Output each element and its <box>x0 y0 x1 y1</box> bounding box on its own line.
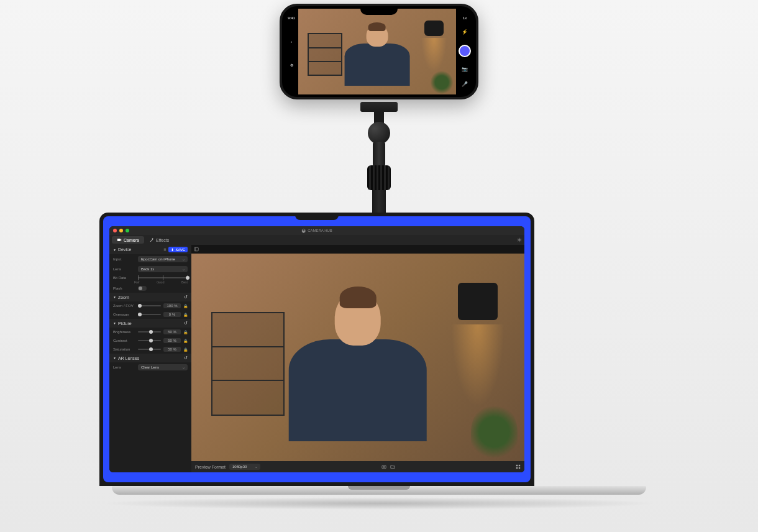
saturation-slider[interactable] <box>138 349 161 350</box>
download-icon: ⬇ <box>171 247 174 252</box>
tab-effects-label: Effects <box>156 238 169 242</box>
brightness-slider[interactable] <box>138 331 161 332</box>
macbook: CAMERA HUB Camera Effects <box>99 213 659 510</box>
chevron-down-icon: ▼ <box>113 321 116 325</box>
preview-format-value: 1080p30 <box>232 465 247 469</box>
chevron-down-icon: ▼ <box>113 356 116 360</box>
folder-icon[interactable] <box>390 464 395 470</box>
zoom-slider[interactable] <box>138 305 161 306</box>
save-label: SAVE <box>175 248 185 252</box>
iphone-device: 9:41 ‹ ⚙ 1x ⚡ 📷 🎤 <box>280 4 478 99</box>
minimize-button[interactable] <box>119 229 123 232</box>
window-title: CAMERA HUB <box>308 229 332 232</box>
tripod-mount <box>357 102 401 226</box>
mic-icon[interactable]: 🎤 <box>462 81 468 87</box>
lock-icon[interactable]: 🔒 <box>183 313 188 317</box>
tab-camera[interactable]: Camera <box>112 236 144 244</box>
gear-icon <box>517 237 522 242</box>
camera-icon[interactable]: 📷 <box>462 66 468 72</box>
svg-rect-7 <box>519 464 520 466</box>
chevron-down-icon: ▼ <box>113 295 116 299</box>
svg-point-5 <box>383 466 384 467</box>
preview-format-label: Preview Format <box>195 465 226 469</box>
camera-icon <box>117 237 122 242</box>
section-picture-header[interactable]: ▼ Picture ↺ <box>109 319 191 328</box>
main-toolbar: Camera Effects <box>109 235 524 245</box>
section-zoom-header[interactable]: ▼ Zoom ↺ <box>109 293 191 301</box>
snapshot-icon[interactable] <box>381 464 386 470</box>
lens-label: Lens <box>113 267 135 271</box>
svg-rect-0 <box>117 239 121 241</box>
phone-time: 9:41 <box>288 16 295 20</box>
overscan-label: Overscan <box>113 313 135 316</box>
camera-hub-window: CAMERA HUB Camera Effects <box>109 226 524 472</box>
lock-icon[interactable]: 🔒 <box>183 339 188 343</box>
chevron-down-icon: ⌵ <box>183 365 185 369</box>
chevron-left-icon[interactable]: ‹ <box>291 40 292 44</box>
svg-rect-6 <box>516 464 518 466</box>
gear-icon[interactable]: ⚙ <box>290 63 293 67</box>
reset-icon[interactable]: ↺ <box>184 295 188 300</box>
flash-toggle[interactable] <box>138 286 147 291</box>
phone-camera-preview <box>298 9 456 94</box>
zoom-value[interactable]: 100 % <box>163 303 181 308</box>
flash-icon[interactable]: ⚡ <box>462 29 468 35</box>
settings-button[interactable] <box>517 237 522 243</box>
tab-effects[interactable]: Effects <box>144 236 174 244</box>
overscan-value[interactable]: 0 % <box>163 312 181 317</box>
section-ar-title: AR Lenses <box>118 356 139 360</box>
save-button[interactable]: ⬇ SAVE <box>168 247 188 252</box>
app-logo-icon <box>301 229 306 233</box>
input-dropdown[interactable]: EpocCam on iPhone ⌵ <box>138 256 188 262</box>
chevron-down-icon: ⌵ <box>255 465 257 469</box>
grid-view-icon[interactable] <box>516 464 521 470</box>
sidebar-toggle-icon[interactable] <box>194 247 199 252</box>
bitrate-label: Bit Rate <box>113 276 135 280</box>
list-icon[interactable]: ≡ <box>163 247 166 252</box>
lock-icon[interactable]: 🔒 <box>183 304 188 308</box>
zoom-fov-label: Zoom / FOV <box>113 304 135 308</box>
ar-lens-value: Clear Lens <box>141 365 159 369</box>
svg-rect-2 <box>194 247 198 251</box>
preview-pane: Preview Format 1080p30 ⌵ <box>191 245 524 472</box>
section-device-title: Device <box>118 247 131 252</box>
ar-lens-dropdown[interactable]: Clear Lens ⌵ <box>138 364 188 370</box>
laptop-desktop: CAMERA HUB Camera Effects <box>103 216 531 482</box>
lock-icon[interactable]: 🔒 <box>183 330 188 334</box>
svg-rect-8 <box>516 467 518 468</box>
svg-point-1 <box>519 239 520 240</box>
overscan-slider[interactable] <box>138 314 161 315</box>
brightness-value[interactable]: 50 % <box>163 329 181 334</box>
contrast-label: Contrast <box>113 339 135 342</box>
preview-bottom-bar: Preview Format 1080p30 ⌵ <box>191 461 524 472</box>
chevron-down-icon: ⌵ <box>183 267 185 271</box>
window-titlebar: CAMERA HUB <box>109 226 524 235</box>
lens-dropdown[interactable]: Back 1x ⌵ <box>138 266 188 272</box>
section-picture-title: Picture <box>118 321 132 326</box>
settings-sidebar: ▼ Device ≡ ⬇ SAVE Input <box>109 245 191 472</box>
input-label: Input <box>113 257 135 261</box>
reset-icon[interactable]: ↺ <box>184 321 188 326</box>
section-ar-header[interactable]: ▼ AR Lenses ↺ <box>109 354 191 362</box>
contrast-value[interactable]: 50 % <box>163 338 181 343</box>
lock-icon[interactable]: 🔒 <box>183 347 188 352</box>
phone-zoom-indicator[interactable]: 1x <box>463 16 467 20</box>
maximize-button[interactable] <box>126 229 129 232</box>
close-button[interactable] <box>113 229 117 232</box>
svg-rect-9 <box>519 467 520 468</box>
saturation-value[interactable]: 50 % <box>163 347 181 352</box>
bitrate-good-label: Good <box>157 280 164 284</box>
camera-preview[interactable] <box>191 254 524 461</box>
bitrate-slider[interactable] <box>138 277 188 278</box>
section-device-header[interactable]: ▼ Device ≡ ⬇ SAVE <box>109 245 191 254</box>
phone-capture-button[interactable] <box>459 45 471 57</box>
section-zoom-title: Zoom <box>118 295 129 300</box>
lens-value: Back 1x <box>141 267 154 271</box>
input-value: EpocCam on iPhone <box>141 257 175 261</box>
reset-icon[interactable]: ↺ <box>184 355 188 360</box>
contrast-slider[interactable] <box>138 340 161 341</box>
wand-icon <box>149 237 154 242</box>
ar-lens-label: Lens <box>113 365 135 369</box>
flash-label: Flash <box>113 287 135 290</box>
preview-format-dropdown[interactable]: 1080p30 ⌵ <box>229 464 260 470</box>
